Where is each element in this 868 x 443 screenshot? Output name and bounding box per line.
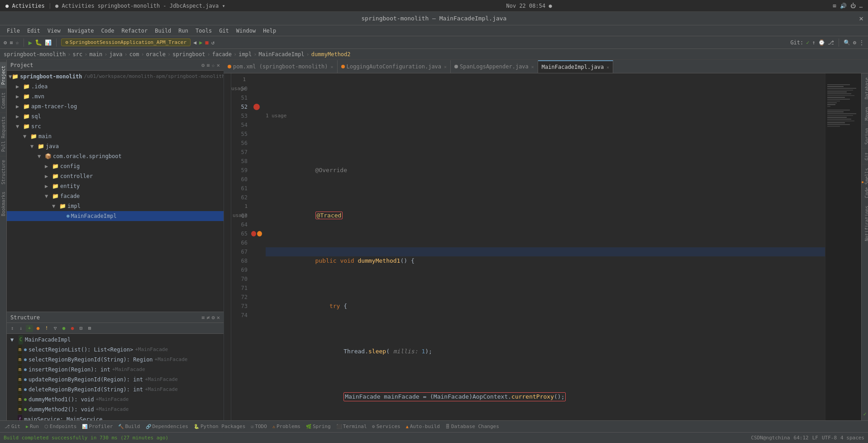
toolbar-profile-btn[interactable]: 📊 [45, 39, 52, 46]
tree-item-controller[interactable]: ▶ 📁 controller [7, 171, 224, 181]
breakpoint-65[interactable] [251, 231, 256, 236]
tree-item-apm[interactable]: ▶ 📁 apm-tracer-log [7, 101, 224, 111]
struct-method-6[interactable]: m ● dummyMethod1(): void +MainFacade [7, 395, 224, 404]
bottom-tab-services[interactable]: ⚙ Services [370, 423, 403, 430]
tree-item-main[interactable]: ▼ 📁 main [7, 131, 224, 141]
tree-item-idea[interactable]: ▶ 📁 .idea [7, 82, 224, 91]
code-content[interactable]: 1 usage @Override @Traced public void du… [262, 73, 825, 420]
right-label-notifications[interactable]: Notifications [862, 202, 868, 245]
menu-file[interactable]: File [4, 27, 23, 35]
settings-icon[interactable]: ⚙ [853, 39, 856, 46]
tree-item-mvn[interactable]: ▶ 📁 .mvn [7, 91, 224, 101]
toolbar-rerun-btn[interactable]: ↺ [211, 39, 215, 46]
code-line-50[interactable]: @Override [266, 157, 825, 166]
breakpoint-52[interactable] [253, 104, 260, 110]
toolbar-list-icon[interactable]: ≡ [10, 39, 13, 46]
struct-tb-7[interactable]: ● [69, 325, 76, 332]
bottom-tab-build[interactable]: 🔨 Build [115, 423, 143, 430]
project-close-icon[interactable]: ✕ [217, 62, 220, 68]
bottom-tab-autobuild[interactable]: ▲ Auto-build [403, 423, 443, 430]
toolbar-star-icon[interactable]: ☆ [15, 39, 19, 46]
tree-item-main-facade-impl[interactable]: ● MainFacadeImpl [7, 211, 224, 221]
struct-tb-6[interactable]: ● [60, 325, 67, 332]
right-label-spring[interactable]: Spring [862, 124, 868, 148]
tab-main-facade-close[interactable]: ✕ [606, 65, 609, 70]
tree-item-facade[interactable]: ▼ 📁 facade [7, 191, 224, 201]
git-check-icon[interactable]: ✓ [806, 39, 809, 46]
apm-badge[interactable]: ⚙ SpringbootSessionApplication_APM_Trace… [61, 39, 191, 46]
code-line-55[interactable]: MainFacade mainFacade = (MainFacade)AopC… [266, 383, 825, 392]
code-line-52[interactable]: public void dummyMethod1() { [266, 247, 825, 256]
struct-method-1[interactable]: m ● selectRegionList(): List<Region> +Ma… [7, 345, 224, 355]
breadcrumb-com[interactable]: com [129, 51, 139, 58]
close-button[interactable]: ✕ [859, 14, 863, 23]
right-label-git-tool[interactable]: Git [862, 148, 868, 164]
right-label-database[interactable]: Database [862, 73, 868, 103]
struct-tb-9[interactable]: ⊞ [86, 325, 93, 332]
current-file-tab[interactable]: ● Activities springboot-monolith - JdbcA… [55, 3, 225, 9]
menu-help[interactable]: Help [260, 27, 279, 35]
bottom-tab-terminal[interactable]: ⬛ Terminal [334, 423, 370, 430]
menu-navigate[interactable]: Navigate [65, 27, 97, 35]
activity-bookmarks[interactable]: Bookmarks [0, 188, 6, 220]
power-icon[interactable]: ⏻ [850, 3, 856, 9]
bottom-tab-python[interactable]: 🐍 Python Packages [191, 423, 248, 430]
menu-edit[interactable]: Edit [24, 27, 43, 35]
breadcrumb-main[interactable]: main [89, 51, 102, 58]
tab-logging-close[interactable]: ✕ [444, 64, 447, 69]
bottom-tab-profiler[interactable]: 📊 Profiler [79, 423, 115, 430]
breadcrumb-oracle[interactable]: oracle [146, 51, 166, 58]
menu-code[interactable]: Code [98, 27, 118, 35]
activities-btn[interactable]: ● Activities [5, 3, 45, 9]
menu-build[interactable]: Build [152, 27, 174, 35]
bottom-tab-endpoints[interactable]: ⬡ Endpoints [42, 423, 80, 430]
struct-tb-8[interactable]: ⊡ [77, 325, 85, 332]
breadcrumb-springboot[interactable]: springboot [172, 51, 205, 58]
volume-icon[interactable]: 🔊 [840, 3, 847, 9]
tree-item-package[interactable]: ▼ 📦 com.oracle.springboot [7, 151, 224, 161]
struct-tb-1[interactable]: ↕ [9, 325, 16, 332]
toolbar-sync-icon[interactable]: ⚙ [4, 39, 7, 46]
bottom-tab-git[interactable]: ⎇ Git [2, 423, 23, 430]
tree-item-src[interactable]: ▼ 📁 src [7, 121, 224, 131]
activity-project[interactable]: Project [0, 62, 6, 88]
structure-filter-icon[interactable]: ≠ [206, 314, 210, 321]
struct-tb-5[interactable]: ▽ [52, 325, 59, 332]
struct-method-4[interactable]: m ● updateRegionByRegionId(Region): int … [7, 375, 224, 385]
struct-tb-4[interactable]: ! [43, 325, 50, 332]
tab-main-facade[interactable]: MainFacadeImpl.java ✕ [538, 60, 613, 73]
tree-item-entity[interactable]: ▶ 📁 entity [7, 181, 224, 191]
struct-class-item[interactable]: ▼ C MainFacadeImpl [7, 335, 224, 345]
tree-item-sql[interactable]: ▶ 📁 sql [7, 111, 224, 121]
tree-item-impl[interactable]: ▼ 📁 impl [7, 201, 224, 211]
breadcrumb-java[interactable]: java [110, 51, 123, 58]
bottom-tab-problems[interactable]: ⚠ Problems [270, 423, 303, 430]
bottom-tab-spring[interactable]: 🌿 Spring [303, 423, 334, 430]
bottom-tab-dependencies[interactable]: 🔗 Dependencies [143, 423, 191, 430]
bottom-tab-run[interactable]: ▶ Run [23, 423, 42, 430]
git-update-icon[interactable]: ↑ [812, 39, 816, 46]
breadcrumb-impl[interactable]: impl [238, 51, 252, 58]
struct-method-7[interactable]: m ● dummyMethod2(): void +MainFacade [7, 404, 224, 414]
tree-item-root[interactable]: ▼ 📁 springboot-monolith /u01/workspace/m… [7, 72, 224, 82]
menu-view[interactable]: View [44, 27, 64, 35]
breadcrumb-class[interactable]: MainFacadeImpl [258, 51, 304, 58]
git-history-icon[interactable]: ⌚ [818, 39, 825, 46]
tab-span[interactable]: SpanLogsAppender.java ✕ [451, 60, 538, 73]
search-icon[interactable]: 🔍 [844, 39, 850, 46]
layout-icon[interactable]: ⊞ [833, 3, 836, 9]
tab-span-close[interactable]: ✕ [531, 64, 534, 69]
structure-sort-icon[interactable]: ≡ [201, 314, 205, 321]
menu-window[interactable]: Window [233, 27, 259, 35]
struct-method-3[interactable]: m ● insertRegion(Region): int +MainFacad… [7, 365, 224, 375]
activity-structure[interactable]: Structure [0, 156, 6, 188]
project-collapse-icon[interactable]: ≡ [206, 62, 210, 68]
bottom-tab-todo[interactable]: ☑ TODO [248, 423, 270, 430]
structure-close-icon[interactable]: ✕ [217, 314, 220, 321]
breadcrumb-project[interactable]: springboot-monolith [4, 51, 66, 58]
menu-git[interactable]: Git [216, 27, 232, 35]
menu-run[interactable]: Run [175, 27, 191, 35]
activity-pull-requests[interactable]: Pull Requests [0, 112, 6, 155]
tab-logging[interactable]: LoggingAutoConfiguration.java ✕ [338, 60, 451, 73]
tab-pom-close[interactable]: ✕ [331, 64, 334, 69]
